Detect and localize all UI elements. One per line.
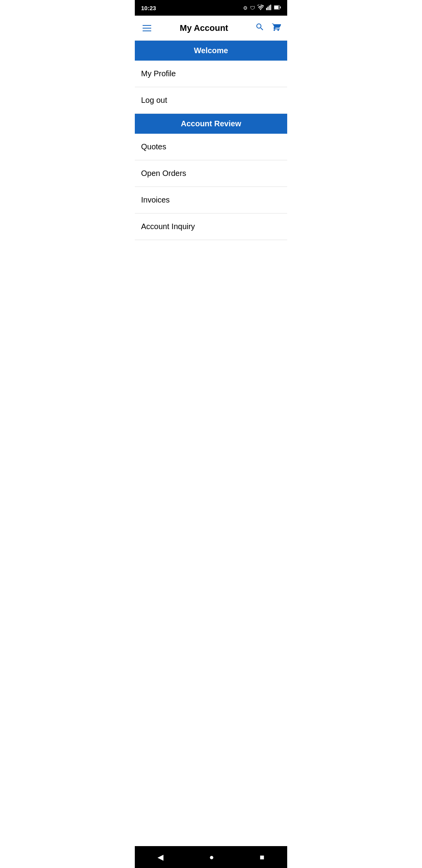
- status-bar: 10:23 ⚙ 🛡: [135, 0, 287, 16]
- quotes-item[interactable]: Quotes: [135, 134, 287, 160]
- svg-rect-5: [274, 6, 279, 9]
- shield-status-icon: 🛡: [250, 5, 255, 11]
- my-profile-item[interactable]: My Profile: [135, 61, 287, 87]
- battery-icon: [274, 5, 281, 11]
- log-out-item[interactable]: Log out: [135, 87, 287, 114]
- page-title: My Account: [180, 23, 228, 33]
- account-review-header: Account Review: [135, 114, 287, 134]
- hamburger-button[interactable]: [141, 23, 153, 33]
- settings-status-icon: ⚙: [243, 5, 248, 11]
- navbar: My Account: [135, 16, 287, 41]
- status-time: 10:23: [141, 5, 156, 11]
- content: Welcome My Profile Log out Account Revie…: [135, 41, 287, 240]
- svg-rect-0: [266, 8, 267, 10]
- status-icons: ⚙ 🛡: [243, 5, 281, 11]
- cart-button[interactable]: [272, 22, 281, 34]
- navbar-right: [255, 22, 281, 34]
- search-button[interactable]: [255, 22, 265, 34]
- svg-rect-2: [269, 5, 270, 10]
- welcome-header: Welcome: [135, 41, 287, 61]
- svg-rect-3: [270, 5, 272, 10]
- navbar-left: [141, 23, 153, 33]
- invoices-item[interactable]: Invoices: [135, 187, 287, 213]
- svg-rect-1: [268, 7, 269, 10]
- signal-icon: [266, 5, 272, 11]
- svg-rect-6: [280, 6, 281, 8]
- wifi-icon: [257, 5, 264, 11]
- open-orders-item[interactable]: Open Orders: [135, 160, 287, 187]
- account-inquiry-item[interactable]: Account Inquiry: [135, 213, 287, 240]
